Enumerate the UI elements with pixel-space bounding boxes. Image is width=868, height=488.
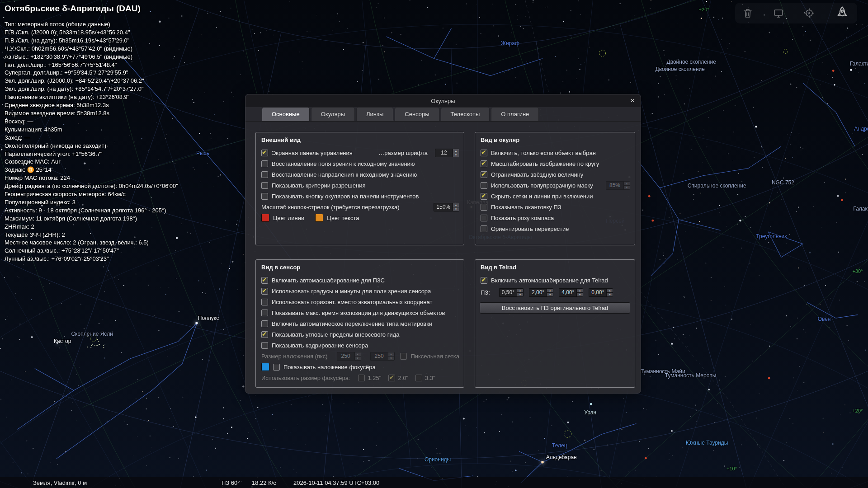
sky-object-label[interactable]: +30° <box>852 268 863 274</box>
checkbox[interactable] <box>481 204 487 211</box>
line-color-swatch[interactable] <box>261 214 269 222</box>
checkbox[interactable] <box>481 160 487 167</box>
spinner[interactable]: 150% ▲▼ <box>434 203 459 211</box>
spinner-arrows[interactable]: ▲▼ <box>517 288 524 297</box>
checkbox[interactable] <box>481 171 487 178</box>
checkbox[interactable] <box>261 171 268 178</box>
dialog-tab[interactable]: Окуляры <box>311 107 355 121</box>
checkbox-row[interactable]: Показать розу компаса <box>475 212 635 223</box>
sky-object-label[interactable]: Спиральное скопление <box>688 183 746 189</box>
checkbox[interactable] <box>261 331 268 338</box>
checkbox-row[interactable]: Использовать полупрозрачную маску 85% ▲▼ <box>475 180 635 191</box>
dialog-tab[interactable]: Сенсоры <box>395 107 439 121</box>
checkbox-row[interactable]: Масштабировать изображение по кругу <box>475 158 635 169</box>
checkbox[interactable] <box>481 182 487 189</box>
checkbox-row[interactable]: Экранная панель управления …размер шрифт… <box>256 147 464 158</box>
focuser-size-option[interactable]: 1.25" <box>358 375 381 381</box>
checkbox-row[interactable]: Использовать градусы и минуты для поля з… <box>256 286 464 296</box>
checkbox-row[interactable]: Показывать макс. время экспозиции для дв… <box>256 307 464 318</box>
checkbox[interactable] <box>261 342 268 349</box>
focuser-overlay-row[interactable]: Показывать наложение фокусёра <box>256 361 464 372</box>
sky-object-label[interactable]: Жираф <box>501 40 519 47</box>
telrad-fov-spinner[interactable]: 0,50° ▲▼ <box>499 288 524 297</box>
overlay-height-spinner[interactable]: 250 ▲▼ <box>370 352 395 361</box>
focuser-size-option[interactable]: 2.0" <box>388 375 408 381</box>
checkbox-row[interactable]: Показывать окантовку ПЗ <box>475 202 635 212</box>
sky-object-label[interactable]: Рысь <box>196 150 209 156</box>
trash-icon[interactable] <box>742 8 753 19</box>
checkbox[interactable] <box>481 193 487 200</box>
sky-object-label[interactable]: Альдебаран <box>546 454 577 460</box>
spinner-arrows[interactable]: ▲▼ <box>453 149 459 157</box>
dialog-tab[interactable]: О плагине <box>491 107 539 121</box>
sky-object-label[interactable]: Двойное скопление <box>656 66 705 72</box>
spinner-arrows[interactable]: ▲▼ <box>623 181 630 190</box>
spinner[interactable]: 85% ▲▼ <box>606 181 630 190</box>
checkbox-row[interactable]: Использовать горизонт. вместо экваториал… <box>256 296 464 307</box>
sky-object-label[interactable]: +20° <box>852 408 863 413</box>
sky-object-label[interactable]: Овен <box>818 316 831 322</box>
text-color-swatch[interactable] <box>315 214 323 222</box>
sky-object-label[interactable]: Двойное скопление <box>667 59 716 65</box>
sky-object-label[interactable]: +10° <box>726 466 737 471</box>
telrad-fov-spinner[interactable]: 2,00° ▲▼ <box>529 288 553 297</box>
target-icon[interactable] <box>804 8 815 19</box>
checkbox[interactable] <box>415 375 422 381</box>
sky-object-label[interactable]: Галактика <box>850 61 868 67</box>
telrad-fov-spinner[interactable]: 4,00° ▲▼ <box>559 288 583 297</box>
dialog-tab[interactable]: Основные <box>262 107 310 121</box>
checkbox-row[interactable]: Включить автомасшабирование для ПЗС <box>256 275 464 286</box>
sky-object-label[interactable]: Андромеда <box>854 126 868 132</box>
focuser-color-swatch[interactable] <box>261 363 269 371</box>
telrad-autoscale-row[interactable]: Включить автомасшабирование для Telrad <box>475 275 635 286</box>
close-icon[interactable]: × <box>628 96 637 105</box>
checkbox-row[interactable]: Показывать кадрирование сенсора <box>256 340 464 351</box>
checkbox[interactable] <box>481 150 487 156</box>
spinner-arrows[interactable]: ▲▼ <box>453 203 459 211</box>
focuser-overlay-checkbox[interactable] <box>273 364 280 371</box>
checkbox-row[interactable]: Включить автоматическое переключение тип… <box>256 318 464 329</box>
spinner-arrows[interactable]: ▲▼ <box>606 288 613 297</box>
sky-object-label[interactable]: Телец <box>552 442 567 449</box>
checkbox[interactable] <box>261 320 268 327</box>
checkbox[interactable] <box>261 299 268 305</box>
dialog-tab[interactable]: Линзы <box>356 107 393 121</box>
telrad-fov-spinner[interactable]: 0,00° ▲▼ <box>589 288 613 297</box>
overlay-width-spinner[interactable]: 250 ▲▼ <box>337 352 361 361</box>
checkbox[interactable] <box>261 150 268 156</box>
sky-object-label[interactable]: Уран <box>584 409 596 416</box>
sky-object-label[interactable]: NGC 752 <box>772 179 794 186</box>
spinner-arrows[interactable]: ▲▼ <box>388 352 395 361</box>
restore-telrad-fov-button[interactable]: Восстановить ПЗ оригинального Telrad <box>480 302 630 314</box>
checkbox[interactable] <box>261 288 268 295</box>
sky-object-label[interactable]: Треугольник <box>756 233 787 239</box>
checkbox[interactable] <box>358 375 365 381</box>
checkbox-row[interactable]: Включить, только если объект выбран <box>475 147 635 158</box>
checkbox[interactable] <box>261 193 268 200</box>
checkbox-row[interactable]: Показывать угловые пределы внеосевого ги… <box>256 329 464 340</box>
checkbox[interactable] <box>481 215 487 221</box>
checkbox[interactable] <box>481 225 487 232</box>
checkbox-row[interactable]: Восстановление поля зрения к исходному з… <box>256 158 464 169</box>
spinner-arrows[interactable]: ▲▼ <box>354 352 361 361</box>
checkbox-row[interactable]: Ориентировать перекрестие <box>475 223 635 234</box>
sky-object-label[interactable]: Скопление Ясли <box>71 331 113 337</box>
pixel-grid-checkbox[interactable] <box>400 353 407 360</box>
checkbox[interactable] <box>261 160 268 167</box>
checkbox-row[interactable]: Восстановление направления к исходному з… <box>256 169 464 180</box>
spinner-arrows[interactable]: ▲▼ <box>576 288 583 297</box>
rocket-icon[interactable] <box>835 5 850 21</box>
checkbox[interactable] <box>261 277 268 284</box>
sky-object-label[interactable]: Южные Тауриды <box>686 440 728 446</box>
checkbox-row[interactable]: Скрыть сетки и линии при включении <box>475 191 635 202</box>
checkbox-row[interactable]: Ограничивать звёздную величину <box>475 169 635 180</box>
sky-object-label[interactable]: Галактика <box>853 206 868 212</box>
sky-object-label[interactable]: Ориониды <box>425 456 451 463</box>
spinner[interactable]: 12 ▲▼ <box>435 149 459 157</box>
checkbox-row[interactable]: Показывать критерии разрешения <box>256 180 464 191</box>
focuser-size-option[interactable]: 3.3" <box>415 375 435 381</box>
dialog-titlebar[interactable]: Окуляры × <box>245 94 641 107</box>
dialog-tab[interactable]: Телескопы <box>441 107 490 121</box>
checkbox-row[interactable]: Масштаб кнопок-стрелок (требуется переза… <box>256 202 464 212</box>
checkbox-row[interactable]: Показывать кнопку окуляров на панели инс… <box>256 191 464 202</box>
